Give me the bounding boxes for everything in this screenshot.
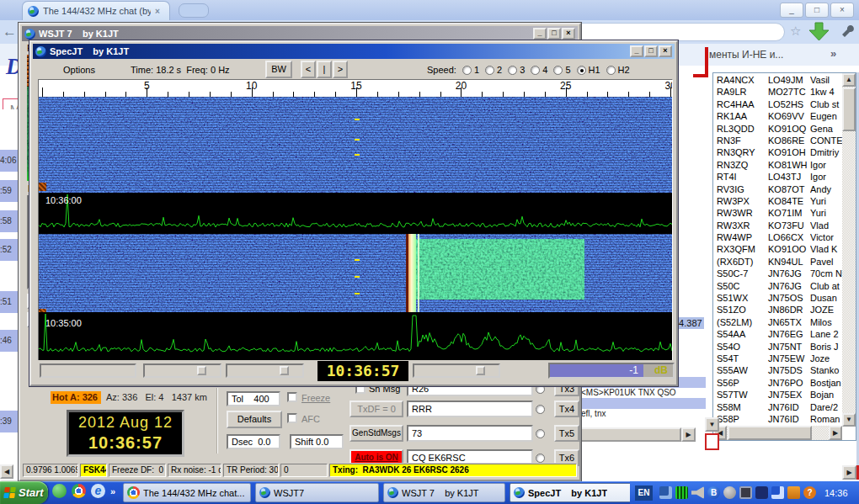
specjt-minimize-button[interactable]: _ (630, 45, 643, 57)
speed-option-1[interactable]: 1 (462, 65, 479, 75)
tab-close-icon[interactable]: × (155, 7, 160, 16)
list-item[interactable]: RW3XRKO73FUVlad (714, 220, 842, 231)
list-item[interactable]: S58PJN76IDRoman (714, 413, 842, 425)
callsign-list-vertical-scrollbar[interactable]: ▲ ▼ (842, 73, 856, 427)
list-item[interactable]: RW3WRKO71IMYuri (714, 207, 842, 219)
browser-tab[interactable]: The 144/432 MHz chat (by ON × (22, 1, 170, 20)
tx5-radio[interactable] (536, 429, 545, 438)
specjt-title-bar[interactable]: SpecJT by K1JT _ □ × (33, 44, 675, 59)
list-item[interactable]: (RX6DT)KN94ULPavel (714, 256, 842, 268)
wsjt-minimize-button[interactable]: _ (533, 28, 547, 40)
list-item[interactable]: RT4ILO43TJIgor (714, 171, 842, 183)
scrollbar-thumb[interactable] (842, 88, 856, 131)
list-item[interactable]: S51ZOJN86DRJOZE (714, 304, 842, 316)
speed-option-4[interactable]: 4 (531, 65, 547, 75)
afc-checkbox[interactable] (287, 413, 297, 423)
focused-scroll-box[interactable] (705, 433, 719, 450)
list-item[interactable]: S51WXJN75OSDusan (714, 292, 842, 304)
list-item[interactable]: S58MJN76IDDare/2 (714, 401, 842, 413)
messenger-icon[interactable] (771, 486, 784, 499)
tx4-radio[interactable] (536, 405, 545, 414)
list-item[interactable]: RX3QFMKO91OOVlad K (714, 243, 842, 255)
list-item[interactable]: RA4NCXLO49JMVasil (714, 74, 842, 86)
taskbar-button[interactable]: The 144/432 MHz chat... (123, 483, 251, 502)
browser-minimize-button[interactable]: _ (780, 3, 803, 18)
shift-field[interactable]: Shift 0.0 (290, 434, 344, 449)
list-item[interactable]: S50CJN76JGClub at (714, 280, 842, 292)
tx4-message-field[interactable]: RRR (407, 401, 533, 417)
radio-icon[interactable] (553, 66, 563, 75)
browser-back-icon[interactable]: ← (3, 24, 17, 40)
scroll-right-icon[interactable]: ▶ (829, 426, 842, 440)
list-item[interactable]: S57TWJN75EXBojan (714, 389, 842, 401)
download-arrow-icon[interactable] (808, 22, 830, 42)
taskbar-button[interactable]: WSJT7 (255, 483, 379, 502)
internet-explorer-icon[interactable]: e (91, 484, 105, 498)
slider-thumb[interactable] (476, 366, 485, 375)
radio-icon[interactable] (577, 66, 586, 75)
options-menu[interactable]: Options (63, 65, 95, 75)
chat-horizontal-scrollbar[interactable] (579, 427, 681, 442)
utorrent-icon[interactable] (52, 484, 67, 498)
tx6-radio[interactable] (536, 454, 545, 463)
volume-icon[interactable] (691, 486, 704, 499)
wrench-icon[interactable] (838, 24, 855, 40)
list-item[interactable]: RN3QRYKO91OHDmitriy (714, 146, 842, 158)
speed-option-3[interactable]: 3 (508, 65, 525, 75)
list-item[interactable]: S54TJN75EWJoze (714, 353, 842, 364)
list-item[interactable]: RN3FKO86RECONTE (714, 135, 842, 146)
radio-icon[interactable] (531, 66, 540, 75)
bw-button[interactable]: BW (265, 61, 292, 78)
updates-icon[interactable]: ? (803, 486, 816, 499)
start-button[interactable]: Start (0, 481, 48, 504)
list-item[interactable]: S54OJN75NTBoris J (714, 341, 842, 353)
specjt-close-button[interactable]: × (659, 45, 672, 57)
nav-left-button[interactable]: < (301, 61, 316, 78)
language-indicator[interactable]: EN (635, 485, 653, 501)
list-item[interactable]: RW4WPLO66CXVictor (714, 231, 842, 243)
taskbar-button[interactable]: WSJT 7 by K1JT (383, 483, 505, 502)
scheduler-icon[interactable] (723, 486, 736, 499)
list-item[interactable]: (S52LM)JN65TXMilos (714, 316, 842, 328)
scroll-right-icon[interactable]: ▶ (842, 465, 856, 480)
freeze-checkbox[interactable] (287, 392, 297, 402)
chrome-icon[interactable] (72, 484, 86, 498)
display-icon[interactable] (739, 486, 752, 499)
taskbar-clock[interactable]: 14:36 (824, 488, 848, 498)
new-tab-button[interactable] (179, 3, 209, 18)
list-item[interactable]: RN3ZQKO81WHIgor (714, 159, 842, 171)
dropdown-arrow-icon[interactable]: ▼ (705, 417, 719, 432)
bookmark-star-icon[interactable]: ☆ (790, 24, 801, 39)
scroll-down-icon[interactable]: ▼ (842, 413, 856, 427)
wsjt-maximize-button[interactable]: □ (547, 28, 561, 40)
defaults-button[interactable]: Defaults (227, 411, 282, 428)
nav-right-button[interactable]: > (333, 61, 348, 78)
scroll-right-icon[interactable]: ▶ (681, 427, 696, 442)
speed-option-5[interactable]: 5 (553, 65, 570, 75)
tx4-button[interactable]: Tx4 (554, 401, 579, 417)
bookmark-item[interactable]: менты И-НЕ и... (709, 49, 783, 61)
quick-launch-overflow-icon[interactable]: » (110, 486, 115, 496)
list-item[interactable]: S50C-7JN76JG70cm N (714, 268, 842, 279)
bottom-slider[interactable] (143, 363, 221, 378)
speed-option-2[interactable]: 2 (485, 65, 502, 75)
nav-center-button[interactable]: | (317, 61, 332, 78)
speed-option-h1[interactable]: H1 (577, 65, 600, 75)
browser-close-button[interactable]: × (830, 3, 854, 18)
bottom-slider[interactable] (226, 363, 304, 378)
callsign-list-horizontal-scrollbar[interactable]: ◀ ▶ (713, 426, 842, 440)
genstdmsgs-button[interactable]: GenStdMsgs (349, 425, 403, 442)
list-item[interactable]: RL3QDDKO91OQGena (714, 123, 842, 135)
tx5-message-field[interactable]: 73 (407, 425, 533, 442)
list-item[interactable]: S55AWJN75DSStanko (714, 364, 842, 376)
bookmarks-overflow-icon[interactable]: » (830, 47, 836, 60)
speed-option-h2[interactable]: H2 (606, 65, 630, 75)
scroll-left-icon[interactable]: ◀ (0, 464, 13, 479)
taskbar-button[interactable]: SpecJT by K1JT (510, 483, 632, 502)
slider-thumb[interactable] (280, 366, 289, 375)
wsjt-close-button[interactable]: × (562, 28, 575, 40)
specjt-maximize-button[interactable]: □ (644, 45, 658, 57)
wsjt-title-bar[interactable]: WSJT 7 by K1JT _ □ × (22, 26, 578, 41)
list-item[interactable]: S56PJN76POBostjan (714, 377, 842, 389)
radio-icon[interactable] (485, 66, 494, 75)
